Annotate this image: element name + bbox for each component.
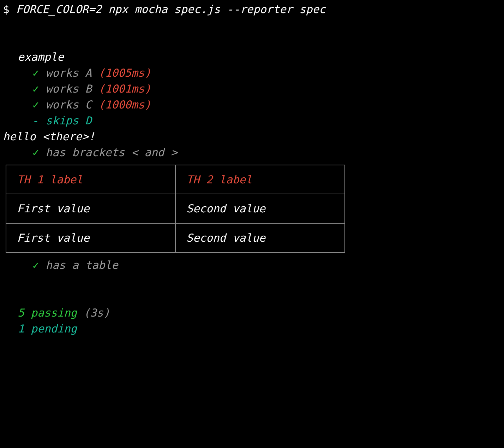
pending-test-name: skips D [46,114,92,127]
checkmark-icon: ✓ [32,98,39,111]
table-cell: Second value [175,194,345,223]
test-name: works B [46,82,92,95]
pending-count: 1 pending [18,322,77,335]
checkmark-icon: ✓ [32,82,39,95]
prompt-symbol: $ [3,3,10,16]
output-table: TH 1 label TH 2 label First value Second… [6,165,345,253]
table-row: First value Second value [6,194,345,223]
test-name: has a table [46,259,118,271]
table-cell: Second value [175,223,345,253]
suite-title: example [18,49,501,65]
command-line: $ FORCE_COLOR=2 npx mocha spec.js --repo… [3,1,501,17]
test-result: ✓ has brackets < and > [32,145,501,160]
test-name: works C [46,98,92,111]
test-result: ✓ works C (1000ms) [32,97,501,113]
test-result: ✓ works B (1001ms) [32,81,501,97]
test-duration: (1001ms) [98,82,151,95]
test-result: ✓ has a table [32,257,501,273]
pending-summary: 1 pending [18,321,501,337]
table-cell: First value [6,223,175,253]
table-row: First value Second value [6,223,345,253]
table-header: TH 2 label [175,165,345,194]
test-summary: 5 passing (3s) 1 pending [18,305,501,337]
table-header-row: TH 1 label TH 2 label [6,165,345,194]
test-duration: (1000ms) [98,98,151,111]
table-header: TH 1 label [6,165,175,194]
test-duration: (1005ms) [98,66,151,79]
test-result: ✓ works A (1005ms) [32,65,501,81]
checkmark-icon: ✓ [32,66,39,79]
test-name: works A [46,66,92,79]
passing-summary: 5 passing (3s) [18,305,501,321]
test-name: has brackets < and > [46,146,177,159]
pending-test: - skips D [32,113,501,129]
command-text: FORCE_COLOR=2 npx mocha spec.js --report… [16,3,325,16]
stdout-output: hello <there>! [3,129,501,145]
table-cell: First value [6,194,175,223]
total-time: (3s) [84,306,110,319]
checkmark-icon: ✓ [32,259,39,271]
passing-count: 5 passing [18,306,77,319]
checkmark-icon: ✓ [32,146,39,159]
dash-icon: - [32,114,39,127]
